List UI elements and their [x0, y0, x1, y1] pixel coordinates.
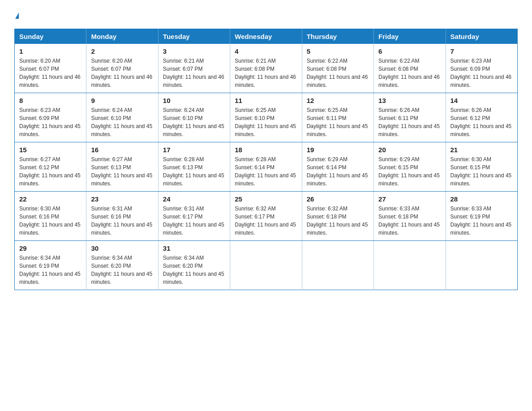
calendar-table: SundayMondayTuesdayWednesdayThursdayFrid… [14, 29, 518, 290]
calendar-cell: 9Sunrise: 6:24 AMSunset: 6:10 PMDaylight… [86, 93, 158, 142]
day-info: Sunrise: 6:29 AMSunset: 6:14 PMDaylight:… [307, 155, 369, 188]
calendar-cell: 7Sunrise: 6:23 AMSunset: 6:09 PMDaylight… [446, 44, 517, 93]
day-number: 12 [307, 97, 369, 104]
day-number: 9 [91, 97, 153, 104]
calendar-cell: 11Sunrise: 6:25 AMSunset: 6:10 PMDayligh… [230, 93, 302, 142]
calendar-cell: 17Sunrise: 6:28 AMSunset: 6:13 PMDayligh… [158, 142, 230, 192]
day-number: 31 [163, 244, 225, 252]
calendar-cell: 3Sunrise: 6:21 AMSunset: 6:07 PMDaylight… [158, 44, 230, 93]
day-info: Sunrise: 6:20 AMSunset: 6:07 PMDaylight:… [19, 57, 82, 89]
day-number: 29 [19, 244, 82, 252]
calendar-cell: 22Sunrise: 6:30 AMSunset: 6:16 PMDayligh… [15, 192, 86, 241]
day-number: 4 [235, 47, 297, 55]
calendar-cell [446, 241, 517, 290]
page-header [14, 11, 518, 21]
day-number: 17 [163, 146, 225, 154]
day-info: Sunrise: 6:31 AMSunset: 6:16 PMDaylight:… [91, 205, 153, 237]
day-number: 23 [91, 195, 153, 203]
day-number: 10 [163, 97, 225, 104]
day-number: 6 [378, 47, 441, 55]
calendar-cell: 31Sunrise: 6:34 AMSunset: 6:20 PMDayligh… [158, 241, 230, 290]
calendar-cell: 27Sunrise: 6:33 AMSunset: 6:18 PMDayligh… [374, 192, 446, 241]
day-info: Sunrise: 6:24 AMSunset: 6:10 PMDaylight:… [91, 106, 153, 138]
weekday-header-wednesday: Wednesday [230, 29, 302, 44]
day-number: 27 [378, 195, 441, 203]
day-info: Sunrise: 6:28 AMSunset: 6:13 PMDaylight:… [163, 155, 225, 188]
day-info: Sunrise: 6:28 AMSunset: 6:14 PMDaylight:… [235, 155, 297, 188]
day-number: 14 [450, 97, 513, 104]
day-info: Sunrise: 6:21 AMSunset: 6:08 PMDaylight:… [235, 57, 297, 89]
day-number: 26 [307, 195, 369, 203]
day-info: Sunrise: 6:22 AMSunset: 6:08 PMDaylight:… [307, 57, 369, 89]
calendar-cell: 2Sunrise: 6:20 AMSunset: 6:07 PMDaylight… [86, 44, 158, 93]
calendar-cell: 23Sunrise: 6:31 AMSunset: 6:16 PMDayligh… [86, 192, 158, 241]
calendar-cell [374, 241, 446, 290]
day-info: Sunrise: 6:24 AMSunset: 6:10 PMDaylight:… [163, 106, 225, 138]
calendar-week-row: 22Sunrise: 6:30 AMSunset: 6:16 PMDayligh… [15, 192, 518, 241]
day-number: 28 [450, 195, 513, 203]
day-number: 5 [307, 47, 369, 55]
calendar-cell: 29Sunrise: 6:34 AMSunset: 6:19 PMDayligh… [15, 241, 86, 290]
day-info: Sunrise: 6:22 AMSunset: 6:08 PMDaylight:… [378, 57, 441, 89]
day-number: 20 [378, 146, 441, 154]
calendar-cell: 25Sunrise: 6:32 AMSunset: 6:17 PMDayligh… [230, 192, 302, 241]
weekday-header-thursday: Thursday [302, 29, 373, 44]
calendar-cell: 10Sunrise: 6:24 AMSunset: 6:10 PMDayligh… [158, 93, 230, 142]
day-info: Sunrise: 6:21 AMSunset: 6:07 PMDaylight:… [163, 57, 225, 89]
day-info: Sunrise: 6:33 AMSunset: 6:19 PMDaylight:… [450, 205, 513, 237]
calendar-week-row: 15Sunrise: 6:27 AMSunset: 6:12 PMDayligh… [15, 142, 518, 192]
day-info: Sunrise: 6:29 AMSunset: 6:15 PMDaylight:… [378, 155, 441, 188]
calendar-header-row: SundayMondayTuesdayWednesdayThursdayFrid… [15, 29, 518, 44]
day-number: 3 [163, 47, 225, 55]
calendar-cell: 1Sunrise: 6:20 AMSunset: 6:07 PMDaylight… [15, 44, 86, 93]
day-info: Sunrise: 6:34 AMSunset: 6:19 PMDaylight:… [19, 254, 82, 286]
day-number: 7 [450, 47, 513, 55]
day-number: 13 [378, 97, 441, 104]
calendar-cell: 4Sunrise: 6:21 AMSunset: 6:08 PMDaylight… [230, 44, 302, 93]
calendar-week-row: 29Sunrise: 6:34 AMSunset: 6:19 PMDayligh… [15, 241, 518, 290]
weekday-header-sunday: Sunday [15, 29, 86, 44]
day-info: Sunrise: 6:26 AMSunset: 6:11 PMDaylight:… [378, 106, 441, 138]
day-number: 19 [307, 146, 369, 154]
day-info: Sunrise: 6:34 AMSunset: 6:20 PMDaylight:… [91, 254, 153, 286]
day-info: Sunrise: 6:27 AMSunset: 6:13 PMDaylight:… [91, 155, 153, 188]
weekday-header-saturday: Saturday [446, 29, 517, 44]
day-number: 24 [163, 195, 225, 203]
day-info: Sunrise: 6:25 AMSunset: 6:10 PMDaylight:… [235, 106, 297, 138]
logo-triangle-icon [15, 13, 19, 19]
calendar-cell: 30Sunrise: 6:34 AMSunset: 6:20 PMDayligh… [86, 241, 158, 290]
calendar-week-row: 8Sunrise: 6:23 AMSunset: 6:09 PMDaylight… [15, 93, 518, 142]
weekday-header-monday: Monday [86, 29, 158, 44]
day-info: Sunrise: 6:23 AMSunset: 6:09 PMDaylight:… [450, 57, 513, 89]
day-number: 25 [235, 195, 297, 203]
day-info: Sunrise: 6:30 AMSunset: 6:15 PMDaylight:… [450, 155, 513, 188]
calendar-cell: 20Sunrise: 6:29 AMSunset: 6:15 PMDayligh… [374, 142, 446, 192]
calendar-cell: 28Sunrise: 6:33 AMSunset: 6:19 PMDayligh… [446, 192, 517, 241]
weekday-header-tuesday: Tuesday [158, 29, 230, 44]
day-info: Sunrise: 6:34 AMSunset: 6:20 PMDaylight:… [163, 254, 225, 286]
day-info: Sunrise: 6:31 AMSunset: 6:17 PMDaylight:… [163, 205, 225, 237]
day-number: 11 [235, 97, 297, 104]
day-number: 8 [19, 97, 82, 104]
day-info: Sunrise: 6:26 AMSunset: 6:12 PMDaylight:… [450, 106, 513, 138]
calendar-cell: 15Sunrise: 6:27 AMSunset: 6:12 PMDayligh… [15, 142, 86, 192]
day-number: 1 [19, 47, 82, 55]
day-number: 2 [91, 47, 153, 55]
logo [14, 11, 19, 21]
day-number: 15 [19, 146, 82, 154]
day-number: 16 [91, 146, 153, 154]
weekday-header-friday: Friday [374, 29, 446, 44]
day-info: Sunrise: 6:25 AMSunset: 6:11 PMDaylight:… [307, 106, 369, 138]
calendar-cell: 13Sunrise: 6:26 AMSunset: 6:11 PMDayligh… [374, 93, 446, 142]
calendar-week-row: 1Sunrise: 6:20 AMSunset: 6:07 PMDaylight… [15, 44, 518, 93]
calendar-cell: 5Sunrise: 6:22 AMSunset: 6:08 PMDaylight… [302, 44, 373, 93]
calendar-cell [302, 241, 373, 290]
calendar-cell: 12Sunrise: 6:25 AMSunset: 6:11 PMDayligh… [302, 93, 373, 142]
calendar-cell: 21Sunrise: 6:30 AMSunset: 6:15 PMDayligh… [446, 142, 517, 192]
day-info: Sunrise: 6:27 AMSunset: 6:12 PMDaylight:… [19, 155, 82, 188]
day-info: Sunrise: 6:32 AMSunset: 6:17 PMDaylight:… [235, 205, 297, 237]
day-number: 30 [91, 244, 153, 252]
day-info: Sunrise: 6:23 AMSunset: 6:09 PMDaylight:… [19, 106, 82, 138]
calendar-cell: 26Sunrise: 6:32 AMSunset: 6:18 PMDayligh… [302, 192, 373, 241]
calendar-cell: 14Sunrise: 6:26 AMSunset: 6:12 PMDayligh… [446, 93, 517, 142]
